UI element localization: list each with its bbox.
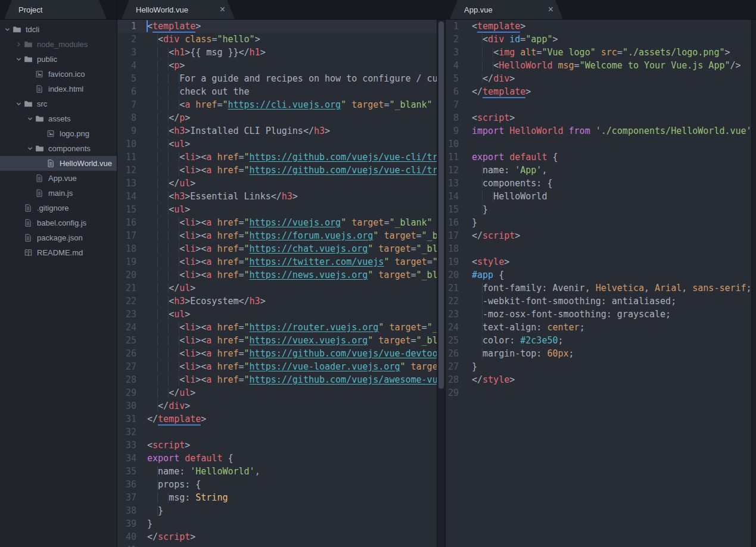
code-line[interactable]: 16} [446, 216, 756, 229]
code-line[interactable]: 40</script> [117, 530, 445, 543]
code-line[interactable]: 36 props: { [117, 478, 445, 491]
code-line[interactable]: 1<template> [117, 20, 445, 33]
code-line[interactable]: 10 [446, 137, 756, 151]
tree-item-assets[interactable]: assets [0, 111, 117, 126]
code-line[interactable]: 2 <div id="app"> [446, 33, 756, 46]
chevron-down-icon[interactable] [2, 27, 13, 32]
code-line[interactable]: 35 name: 'HelloWorld', [117, 465, 445, 478]
code-line[interactable]: 6 check out the [117, 85, 445, 98]
tree-item-babel-config-js[interactable]: babel.config.js [0, 215, 117, 230]
code-line[interactable]: 26 <li><a href="https://github.com/vuejs… [117, 347, 445, 360]
code-line[interactable]: 3 <h1>{{ msg }}</h1> [117, 46, 445, 59]
code-line[interactable]: 11 <li><a href="https://github.com/vuejs… [117, 151, 445, 164]
code-line[interactable]: 25 color: #2c3e50; [446, 334, 756, 347]
code-line[interactable]: 34export default { [117, 452, 445, 465]
code-line[interactable]: 25 <li><a href="https://vuex.vuejs.org" … [117, 334, 445, 347]
tab-app-vue[interactable]: App.vue × [450, 0, 563, 19]
tree-item--gitignore[interactable]: .gitignore [0, 201, 117, 215]
code-line[interactable]: 27 <li><a href="https://vue-loader.vuejs… [117, 360, 445, 373]
chevron-down-icon[interactable] [25, 116, 35, 121]
code-line[interactable]: 17</script> [446, 229, 756, 242]
code-line[interactable]: 39} [117, 517, 445, 530]
code-line[interactable]: 10 <ul> [117, 137, 445, 151]
tree-item-main-js[interactable]: main.js [0, 186, 117, 201]
chevron-down-icon[interactable] [14, 57, 24, 62]
code-line[interactable]: 13 components: { [446, 177, 756, 190]
code-line[interactable]: 5 </div> [446, 72, 756, 85]
tree-item-public[interactable]: public [0, 52, 117, 67]
code-line[interactable]: 26 margin-top: 60px; [446, 347, 756, 360]
tree-item-app-vue[interactable]: App.vue [0, 171, 117, 186]
tree-item-node-modules[interactable]: node_modules [0, 37, 117, 52]
code-line[interactable]: 37 msg: String [117, 491, 445, 504]
code-editor-app[interactable]: 1<template>2 <div id="app">3 <img alt="V… [446, 20, 756, 547]
code-line[interactable]: 32 [117, 426, 445, 439]
code-line[interactable]: 2 <div class="hello"> [117, 33, 445, 46]
vertical-scrollbar[interactable] [437, 20, 445, 547]
code-line[interactable]: 27} [446, 360, 756, 373]
code-line[interactable]: 16 <li><a href="https://vuejs.org" targe… [117, 216, 445, 229]
chevron-down-icon[interactable] [14, 101, 24, 107]
code-line[interactable]: 14 HelloWorld [446, 190, 756, 203]
tree-item-tdcli[interactable]: tdcli [0, 22, 117, 37]
code-line[interactable]: 23 <ul> [117, 308, 445, 321]
code-line[interactable]: 24 <li><a href="https://router.vuejs.org… [117, 321, 445, 334]
code-line[interactable]: 1<template> [446, 20, 756, 33]
code-line[interactable]: 4 <HelloWorld msg="Welcome to Your Vue.j… [446, 59, 756, 72]
code-line[interactable]: 12 <li><a href="https://github.com/vuejs… [117, 164, 445, 177]
vertical-scrollbar[interactable] [751, 20, 756, 547]
chevron-down-icon[interactable] [25, 146, 35, 151]
code-line[interactable]: 12 name: 'App', [446, 164, 756, 177]
code-line[interactable]: 19 <li><a href="https://twitter.com/vuej… [117, 255, 445, 268]
tree-item-readme-md[interactable]: README.md [0, 245, 117, 260]
code-line[interactable]: 29 </ul> [117, 386, 445, 399]
code-line[interactable]: 3 <img alt="Vue logo" src="./assets/logo… [446, 46, 756, 59]
code-line[interactable]: 11export default { [446, 151, 756, 164]
code-line[interactable]: 9 <h3>Installed CLI Plugins</h3> [117, 124, 445, 137]
code-line[interactable]: 18 [446, 242, 756, 255]
code-line[interactable]: 29 [446, 386, 756, 399]
tree-item-src[interactable]: src [0, 96, 117, 111]
tree-item-package-json[interactable]: package.json [0, 230, 117, 245]
code-line[interactable]: 7 [446, 98, 756, 111]
tab-helloworld-vue[interactable]: HelloWorld.vue × [122, 0, 235, 19]
code-line[interactable]: 21 </ul> [117, 282, 445, 295]
code-line[interactable]: 20 <li><a href="https://news.vuejs.org" … [117, 268, 445, 282]
code-line[interactable]: 5 For a guide and recipes on how to conf… [117, 72, 445, 85]
code-line[interactable]: 18 <li><a href="https://chat.vuejs.org" … [117, 242, 445, 255]
tree-item-index-html[interactable]: index.html [0, 82, 117, 96]
code-line[interactable]: 22 <h3>Ecosystem</h3> [117, 295, 445, 308]
code-line[interactable]: 15 } [446, 203, 756, 216]
tree-item-favicon-ico[interactable]: favicon.ico [0, 67, 117, 82]
tree-item-components[interactable]: components [0, 141, 117, 156]
code-line[interactable]: 7 <a href="https://cli.vuejs.org" target… [117, 98, 445, 111]
chevron-right-icon[interactable] [14, 42, 24, 47]
code-line[interactable]: 4 <p> [117, 59, 445, 72]
code-line[interactable]: 20#app { [446, 268, 756, 282]
close-icon[interactable]: × [219, 5, 226, 14]
code-line[interactable]: 22 -webkit-font-smoothing: antialiased; [446, 295, 756, 308]
tree-item-helloworld-vue[interactable]: HelloWorld.vue [0, 156, 117, 171]
code-line[interactable]: 13 </ul> [117, 177, 445, 190]
code-line[interactable]: 28</style> [446, 373, 756, 386]
code-line[interactable]: 19<style> [446, 255, 756, 268]
code-line[interactable]: 6</template> [446, 85, 756, 98]
code-line[interactable]: 9import HelloWorld from './components/He… [446, 124, 756, 137]
code-line[interactable]: 31</template> [117, 412, 445, 426]
code-line[interactable]: 8<script> [446, 111, 756, 124]
scrollbar-thumb[interactable] [438, 21, 444, 389]
code-line[interactable]: 33<script> [117, 439, 445, 452]
tab-project[interactable]: Project [4, 0, 107, 19]
code-line[interactable]: 14 <h3>Essential Links</h3> [117, 190, 445, 203]
code-line[interactable]: 17 <li><a href="https://forum.vuejs.org"… [117, 229, 445, 242]
code-line[interactable]: 8 </p> [117, 111, 445, 124]
code-line[interactable]: 30 </div> [117, 399, 445, 412]
code-line[interactable]: 24 text-align: center; [446, 321, 756, 334]
tree-item-logo-png[interactable]: logo.png [0, 126, 117, 141]
code-line[interactable]: 38 } [117, 504, 445, 517]
code-editor-helloworld[interactable]: 1<template>2 <div class="hello">3 <h1>{{… [117, 20, 445, 547]
code-line[interactable]: 28 <li><a href="https://github.com/vuejs… [117, 373, 445, 386]
close-icon[interactable]: × [547, 5, 555, 14]
code-line[interactable]: 23 -moz-osx-font-smoothing: grayscale; [446, 308, 756, 321]
code-line[interactable]: 15 <ul> [117, 203, 445, 216]
